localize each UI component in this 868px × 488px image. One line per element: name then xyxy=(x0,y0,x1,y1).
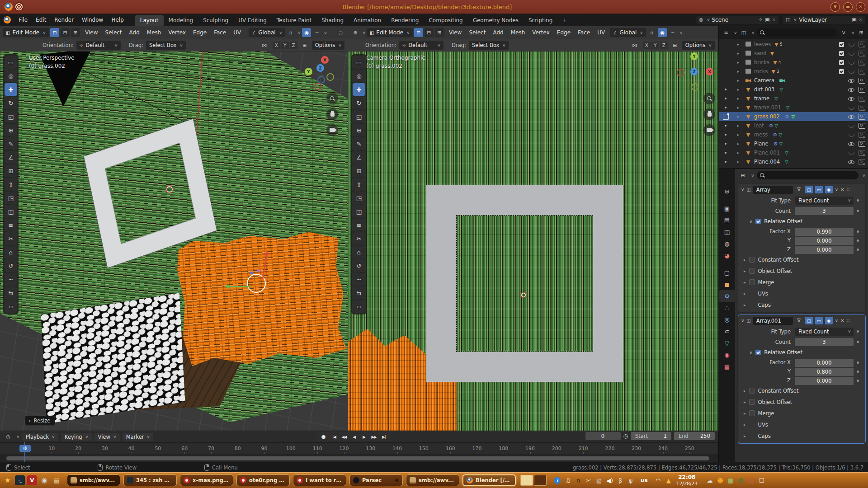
frame-object-top-view[interactable] xyxy=(426,185,623,382)
weather-icon[interactable]: ☁ xyxy=(707,477,713,484)
info-icon[interactable]: i xyxy=(554,477,561,484)
viewport-menu[interactable]: Vertex xyxy=(165,28,189,37)
outliner-row[interactable]: ▸ ▼ Plane.001 ▼ ⚙ ▽ xyxy=(719,148,868,157)
viewport-menu[interactable]: Mesh xyxy=(143,28,165,37)
collection-tab[interactable]: ▢ xyxy=(719,267,735,278)
factor-field[interactable]: 0.000 xyxy=(795,377,854,385)
hide-viewport-icon[interactable] xyxy=(848,96,854,102)
edge-slide-tool[interactable]: ⇆ xyxy=(353,286,365,299)
workspace-tab[interactable]: UV Editing xyxy=(233,15,272,26)
disclosure-icon[interactable]: ▸ xyxy=(732,132,744,137)
workspace-tab[interactable]: Layout xyxy=(135,15,164,26)
object-name[interactable]: Plane xyxy=(754,141,769,147)
outliner-row[interactable]: ▸ ▼ grass.002 ▼ ⚙ ▽ xyxy=(719,112,868,121)
workspace-tab[interactable]: Sculpting xyxy=(198,15,233,26)
outliner-row[interactable]: ▸ rocks ▼ 3 ⚙ ▽ xyxy=(719,67,868,76)
show-in-editmode-icon[interactable]: ◳ xyxy=(805,186,813,193)
viewport-menu[interactable]: Mesh xyxy=(507,28,529,37)
relative-offset-checkbox[interactable] xyxy=(755,350,761,355)
menu-item[interactable]: Help xyxy=(107,15,127,24)
modifier-section[interactable]: ▸ Caps xyxy=(738,299,865,310)
scale-tool[interactable]: ◱ xyxy=(5,110,17,123)
modifier-section[interactable]: ▸ Merge xyxy=(738,277,865,288)
object-name[interactable]: frame.001 xyxy=(754,104,781,111)
mirror-icon[interactable]: ⋈ xyxy=(630,41,639,50)
modifier-section[interactable]: ▸ Caps xyxy=(738,430,865,441)
viewport-menu[interactable]: View xyxy=(445,28,465,37)
knife-tool[interactable]: ✂ xyxy=(5,232,17,245)
physics-tab[interactable]: ◎ xyxy=(719,314,735,325)
disclosure-icon[interactable]: ▸ xyxy=(732,96,744,101)
disclosure-icon[interactable]: ▸ xyxy=(732,60,744,65)
gizmo-neg-x[interactable] xyxy=(677,69,684,76)
workspace-tab[interactable]: Compositing xyxy=(424,15,467,26)
files-icon[interactable]: ▤ xyxy=(52,475,61,485)
delete-modifier-icon[interactable]: ✕ xyxy=(840,187,844,192)
cursor-tool[interactable]: ◎ xyxy=(353,70,365,82)
mode-dropdown[interactable]: ◧ Edit Mode∨ xyxy=(3,28,49,37)
viewport-menu[interactable]: Add xyxy=(126,28,143,37)
rotate-tool[interactable]: ↻ xyxy=(5,97,17,109)
disclosure-icon[interactable]: ▸ xyxy=(732,42,744,47)
next-keyframe-button[interactable]: ▶▶ xyxy=(369,433,379,441)
disclosure-icon[interactable]: ▸ xyxy=(732,87,744,92)
hide-viewport-icon[interactable] xyxy=(848,105,854,111)
disable-render-icon[interactable] xyxy=(859,105,865,111)
object-name[interactable]: leaves xyxy=(754,41,771,47)
menu-item[interactable]: Edit xyxy=(32,15,50,24)
terminal-icon[interactable]: ›_ xyxy=(15,475,25,485)
disclosure-icon[interactable]: ▸ xyxy=(732,150,744,155)
options-dropdown[interactable]: Options∨ xyxy=(312,41,344,50)
move-tool[interactable]: ✚ xyxy=(353,83,365,96)
operator-panel[interactable]: ▸ Resize xyxy=(25,416,55,426)
render-tab[interactable]: ▣ xyxy=(719,202,735,214)
object-name[interactable]: frame xyxy=(754,95,769,102)
disable-render-icon[interactable] xyxy=(859,78,865,84)
drag-handle-icon[interactable]: ∷ xyxy=(847,187,849,192)
workspace-2[interactable] xyxy=(534,475,547,486)
zoom-button[interactable] xyxy=(703,93,715,104)
selected-grass-object[interactable] xyxy=(175,228,349,369)
workspace-tab[interactable]: Animation xyxy=(349,15,386,26)
vertex-select-button[interactable]: ⊡ xyxy=(50,28,59,37)
hide-viewport-icon[interactable] xyxy=(848,114,854,120)
proportional-edit-icon[interactable]: ◉ xyxy=(302,28,311,37)
disclosure-icon[interactable]: ▸ xyxy=(732,78,744,83)
object-tab[interactable]: ◼ xyxy=(719,278,735,290)
show-in-render-icon[interactable]: ◉ xyxy=(825,317,833,324)
bevel-tool[interactable]: ◫ xyxy=(5,205,17,218)
loop-cut-tool[interactable]: ≡ xyxy=(353,219,365,231)
bluetooth-icon[interactable]: β xyxy=(617,477,623,484)
animate-dot[interactable] xyxy=(857,239,859,242)
move-tool[interactable]: ✚ xyxy=(5,83,17,96)
section-checkbox[interactable] xyxy=(749,268,755,274)
extras-dropdown-icon[interactable]: ∨ xyxy=(835,318,838,323)
transform-orientation-dropdown[interactable]: ∠ Global∨ xyxy=(610,28,646,37)
animate-dot[interactable] xyxy=(857,199,859,202)
workspace-tab[interactable]: Texture Paint xyxy=(272,15,316,26)
object-name[interactable]: leaf xyxy=(754,122,764,129)
disable-render-icon[interactable] xyxy=(859,114,865,120)
shear-tool[interactable]: ▱ xyxy=(353,300,365,313)
minimize-button[interactable]: ▼ xyxy=(830,2,840,12)
smooth-tool[interactable]: ∼ xyxy=(353,273,365,286)
transform-orientation-dropdown[interactable]: ∠ Global∨ xyxy=(249,28,285,37)
disable-render-icon[interactable] xyxy=(859,159,865,165)
show-in-viewport-icon[interactable]: ▭ xyxy=(815,186,823,193)
measure-tool[interactable]: ∠ xyxy=(353,151,365,164)
viewport-menu[interactable]: Add xyxy=(489,28,507,37)
zoom-button[interactable] xyxy=(326,93,338,104)
inset-tool[interactable]: ◳ xyxy=(5,192,17,204)
viewport-right[interactable]: ⊕∨ ◧ Edit Mode∨ ⊡ ⊟ ⊞ ViewSelectAddMeshV… xyxy=(348,26,719,431)
camera-view-button[interactable] xyxy=(326,124,338,136)
relative-offset-checkbox[interactable] xyxy=(755,219,761,224)
scale-tool[interactable]: ◱ xyxy=(353,110,365,123)
timeline-menu[interactable]: View∨ xyxy=(94,433,120,441)
maximize-button[interactable]: ▬ xyxy=(843,2,853,12)
new-scene-icon[interactable]: ▣ xyxy=(765,17,769,23)
outliner-row[interactable]: ▸ ▼ Plane.004 ▼ ⚙ ▽ xyxy=(719,157,868,166)
disable-render-icon[interactable] xyxy=(859,87,865,93)
object-name[interactable]: rocks xyxy=(754,68,768,75)
view-layer-tab[interactable]: ◫ xyxy=(719,226,735,238)
disable-render-icon[interactable] xyxy=(859,96,865,102)
